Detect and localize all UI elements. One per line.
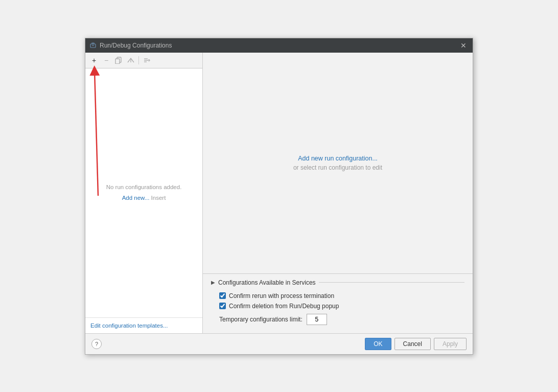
empty-state-text: No run configurations added. Add new... … bbox=[106, 182, 182, 203]
cancel-button[interactable]: Cancel bbox=[394, 338, 431, 350]
temp-config-row: Temporary configurations limit: bbox=[219, 314, 464, 325]
copy-configuration-button[interactable] bbox=[113, 55, 124, 66]
sort-configurations-button[interactable] bbox=[141, 55, 152, 66]
add-new-link[interactable]: Add new... bbox=[122, 195, 150, 201]
configurations-toolbar: + − bbox=[85, 53, 202, 68]
confirm-deletion-row: Confirm deletion from Run/Debug popup bbox=[219, 303, 464, 310]
right-panel: Add new run configuration... or select r… bbox=[203, 53, 473, 333]
add-configuration-button[interactable]: + bbox=[88, 55, 100, 66]
section-title: Configurations Available in Services bbox=[218, 279, 316, 286]
edit-templates-link[interactable]: Edit configuration templates... bbox=[90, 322, 168, 329]
add-run-config-link[interactable]: Add new run configuration... bbox=[298, 155, 378, 162]
title-bar: Run/Debug Configurations ✕ bbox=[85, 38, 473, 53]
configurations-list: No run configurations added. Add new... … bbox=[85, 68, 202, 317]
confirm-rerun-row: Confirm rerun with process termination bbox=[219, 292, 464, 299]
right-panel-hint: or select run configuration to edit bbox=[293, 164, 382, 171]
move-configuration-button[interactable] bbox=[125, 55, 136, 66]
apply-button[interactable]: Apply bbox=[434, 338, 467, 350]
help-button[interactable]: ? bbox=[91, 339, 102, 349]
confirm-rerun-label: Confirm rerun with process termination bbox=[229, 292, 334, 299]
confirm-rerun-checkbox[interactable] bbox=[219, 292, 226, 299]
main-content: + − bbox=[85, 53, 473, 333]
section-divider bbox=[319, 282, 464, 283]
left-panel: + − bbox=[85, 53, 203, 333]
temp-config-label: Temporary configurations limit: bbox=[219, 316, 303, 323]
dialog-footer: ? OK Cancel Apply bbox=[85, 333, 473, 354]
dialog-title: Run/Debug Configurations bbox=[100, 42, 458, 49]
dialog-icon bbox=[89, 42, 97, 49]
toolbar-separator bbox=[138, 56, 139, 64]
close-button[interactable]: ✕ bbox=[458, 40, 469, 51]
svg-marker-1 bbox=[92, 43, 94, 44]
section-collapse-arrow: ▶ bbox=[211, 280, 215, 285]
ok-button[interactable]: OK bbox=[365, 338, 391, 350]
right-panel-main: Add new run configuration... or select r… bbox=[203, 53, 473, 273]
confirm-deletion-label: Confirm deletion from Run/Debug popup bbox=[229, 303, 339, 310]
svg-rect-4 bbox=[115, 59, 120, 64]
confirm-deletion-checkbox[interactable] bbox=[219, 303, 226, 309]
left-panel-footer: Edit configuration templates... bbox=[85, 317, 202, 333]
right-panel-bottom: ▶ Configurations Available in Services C… bbox=[203, 273, 473, 333]
annotation-arrow bbox=[85, 53, 203, 232]
remove-configuration-button[interactable]: − bbox=[101, 55, 112, 66]
services-section-header[interactable]: ▶ Configurations Available in Services bbox=[211, 279, 464, 286]
temp-config-input[interactable] bbox=[307, 314, 327, 325]
run-debug-dialog: Run/Debug Configurations ✕ + − bbox=[85, 38, 473, 355]
svg-line-9 bbox=[95, 71, 98, 196]
